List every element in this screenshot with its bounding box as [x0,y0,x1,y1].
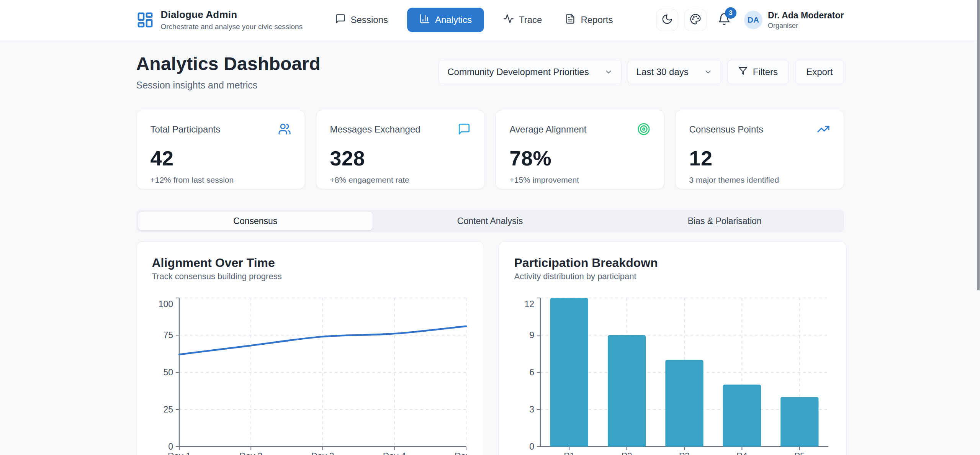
user-role: Organiser [768,22,844,30]
tab-content-analysis[interactable]: Content Analysis [373,212,607,230]
vertical-scrollbar[interactable] [977,0,980,290]
page-subtitle: Session insights and metrics [136,80,321,91]
target-icon [637,123,650,137]
alignment-over-time-card: Alignment Over Time Track consensus buil… [136,241,484,455]
nav-trace[interactable]: Trace [499,8,546,32]
svg-text:Day 5: Day 5 [454,451,468,455]
message-square-icon [335,13,346,26]
stat-card-average-alignment: Average Alignment 78% +15% improvement [496,110,664,189]
svg-text:P4: P4 [736,451,747,455]
chart-title: Participation Breakdown [514,255,831,271]
svg-text:0: 0 [529,442,534,452]
stat-card-total-participants: Total Participants 42 +12% from last ses… [136,110,305,189]
nav-label: Sessions [351,15,388,25]
tab-bias-polarisation[interactable]: Bias & Polarisation [607,212,842,230]
svg-text:12: 12 [524,299,534,309]
stat-note: +15% improvement [510,175,650,185]
filters-label: Filters [753,67,778,77]
stat-card-consensus-points: Consensus Points 12 3 major themes ident… [675,110,844,189]
export-label: Export [806,67,833,77]
main-content: Analytics Dashboard Session insights and… [136,40,844,455]
app-subtitle: Orchestrate and analyse your civic sessi… [161,23,303,31]
avatar: DA [744,11,762,29]
svg-text:6: 6 [529,367,534,377]
svg-text:Day 3: Day 3 [311,451,334,455]
users-icon [278,123,291,137]
participation-breakdown-card: Participation Breakdown Activity distrib… [499,241,846,455]
svg-text:P5: P5 [794,451,805,455]
message-square-icon [458,123,471,137]
user-name: Dr. Ada Moderator [768,10,844,21]
nav-reports[interactable]: Reports [561,8,617,32]
svg-text:3: 3 [529,404,534,414]
chart-column-icon [419,13,430,26]
palette-icon [690,13,701,26]
nav-label: Trace [519,15,542,25]
notifications-button[interactable]: 3 [715,9,733,31]
stat-note: +12% from last session [151,175,291,185]
participation-bar-chart: 036912P1P2P3P4P5 [514,291,831,455]
stat-label: Messages Exchanged [330,123,420,135]
page-title: Analytics Dashboard [136,53,321,74]
nav-label: Analytics [435,15,472,25]
trending-up-icon [817,123,830,137]
analysis-tabs: Consensus Content Analysis Bias & Polari… [136,210,844,232]
svg-text:Day 2: Day 2 [239,451,262,455]
nav-analytics[interactable]: Analytics [407,8,484,32]
user-menu[interactable]: DA Dr. Ada Moderator Organiser [744,10,844,30]
svg-text:9: 9 [529,330,534,340]
stat-label: Total Participants [151,123,221,135]
main-nav: Sessions Analytics Trace Reports [331,8,617,32]
svg-text:Day 4: Day 4 [383,451,406,455]
activity-icon [503,13,514,26]
date-range-value: Last 30 days [636,67,689,77]
session-select[interactable]: Community Development Priorities [438,60,621,84]
moon-icon [661,13,673,26]
stat-value: 328 [330,146,471,170]
export-button[interactable]: Export [795,60,844,84]
stat-value: 42 [151,146,291,170]
svg-text:50: 50 [163,367,173,377]
charts-row: Alignment Over Time Track consensus buil… [136,241,844,455]
svg-text:0: 0 [168,442,173,452]
svg-text:Day 1: Day 1 [167,451,190,455]
nav-label: Reports [581,15,613,25]
svg-text:75: 75 [163,330,173,340]
date-range-select[interactable]: Last 30 days [628,60,721,84]
notification-badge: 3 [725,7,736,19]
chevron-down-icon [604,68,613,76]
theme-button[interactable] [684,9,707,31]
stat-label: Consensus Points [689,123,763,135]
svg-text:P1: P1 [564,451,574,455]
svg-text:100: 100 [158,299,173,309]
stat-label: Average Alignment [510,123,587,135]
filters-button[interactable]: Filters [727,60,789,84]
alignment-line-chart: 0255075100Day 1Day 2Day 3Day 4Day 5 [152,291,468,455]
svg-text:P2: P2 [621,451,632,455]
stat-card-messages-exchanged: Messages Exchanged 328 +8% engagement ra… [316,110,485,189]
stat-note: +8% engagement rate [330,175,471,185]
stat-note: 3 major themes identified [689,175,830,185]
chart-title: Alignment Over Time [152,255,468,271]
brand: Dialogue Admin Orchestrate and analyse y… [136,9,303,31]
topbar: Dialogue Admin Orchestrate and analyse y… [0,0,980,40]
app-title: Dialogue Admin [161,9,303,21]
layout-dashboard-icon [136,11,154,29]
chart-subtitle: Activity distribution by participant [514,271,831,282]
tab-consensus[interactable]: Consensus [138,212,373,230]
chevron-down-icon [704,68,712,76]
chart-subtitle: Track consensus building progress [152,271,468,282]
stat-value: 12 [689,146,830,170]
dark-mode-button[interactable] [656,9,678,31]
stat-value: 78% [510,146,650,170]
stat-cards: Total Participants 42 +12% from last ses… [136,110,844,189]
svg-text:P3: P3 [679,451,689,455]
funnel-icon [738,66,748,78]
file-text-icon [565,13,576,26]
svg-text:25: 25 [163,404,173,414]
session-select-value: Community Development Priorities [447,67,589,77]
nav-sessions[interactable]: Sessions [331,8,392,32]
